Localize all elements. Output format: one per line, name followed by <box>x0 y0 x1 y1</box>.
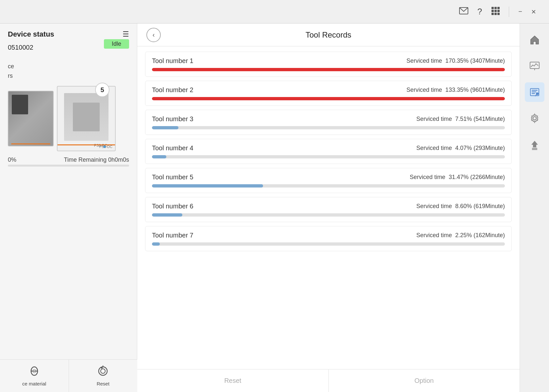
tool-bar-fill <box>152 97 505 100</box>
reset-icon <box>97 366 108 379</box>
svg-point-14 <box>101 369 105 373</box>
tool-service-value: Serviced time 2.25% (162Minute) <box>416 232 505 239</box>
svg-rect-19 <box>532 90 538 91</box>
tool-item[interactable]: Tool number 1 Serviced time 170.35% (340… <box>145 52 512 77</box>
tool-service-value: Serviced time 31.47% (2266Minute) <box>410 174 505 181</box>
svg-rect-21 <box>532 93 535 94</box>
close-button[interactable]: × <box>531 7 536 16</box>
panel-title: Tool Records <box>306 30 351 40</box>
tool-item[interactable]: Tool number 4 Serviced time 4.07% (293Mi… <box>145 139 512 164</box>
tool-number-label: Tool number 2 <box>152 86 193 94</box>
sidebar-label-2: rs <box>8 73 129 79</box>
divider <box>509 7 509 17</box>
tool-item-header: Tool number 1 Serviced time 170.35% (340… <box>152 57 505 65</box>
tool-item-header: Tool number 5 Serviced time 31.47% (2266… <box>152 173 505 181</box>
device-id: 0510002 <box>8 44 33 51</box>
tool-bar-track <box>152 155 505 158</box>
status-badge: Idle <box>104 39 129 49</box>
tool-bar-fill <box>152 213 182 217</box>
badge-circle: 5 <box>95 83 109 97</box>
svg-rect-20 <box>532 91 536 92</box>
minimize-button[interactable]: − <box>518 8 522 15</box>
tool-number-label: Tool number 4 <box>152 144 193 152</box>
tool-service-value: Serviced time 7.51% (541Minute) <box>416 116 505 122</box>
tool-bar-fill <box>152 155 166 158</box>
sidebar-header: Device status ☰ <box>8 30 129 39</box>
svg-marker-25 <box>531 141 538 147</box>
back-button[interactable]: ‹ <box>146 28 161 42</box>
svg-point-24 <box>533 117 536 120</box>
tool-number-label: Tool number 7 <box>152 232 193 239</box>
sidebar-title: Device status <box>8 30 54 39</box>
svg-point-13 <box>99 367 107 375</box>
tool-item[interactable]: Tool number 7 Serviced time 2.25% (162Mi… <box>145 226 512 251</box>
tool-number-label: Tool number 3 <box>152 115 193 123</box>
tool-bar-track <box>152 184 505 188</box>
main-content: ‹ Tool Records Tool number 1 Serviced ti… <box>137 24 520 392</box>
tool-bar-fill <box>152 68 505 71</box>
tool-number-label: Tool number 5 <box>152 173 193 181</box>
tool-item[interactable]: Tool number 5 Serviced time 31.47% (2266… <box>145 168 512 193</box>
tool-service-value: Serviced time 170.35% (3407Minute) <box>407 57 505 64</box>
grid-icon[interactable] <box>491 7 500 17</box>
tool-bar-fill <box>152 242 160 246</box>
tool-number-label: Tool number 1 <box>152 57 193 65</box>
footer-reset-button[interactable]: Reset <box>137 369 329 392</box>
reset-label: Reset <box>97 381 109 386</box>
tool-item-header: Tool number 3 Serviced time 7.51% (541Mi… <box>152 115 505 123</box>
svg-rect-5 <box>494 10 497 12</box>
nav-settings-button[interactable] <box>525 108 544 128</box>
panel-header: ‹ Tool Records <box>137 24 520 46</box>
tool-service-value: Serviced time 8.60% (619Minute) <box>416 203 505 210</box>
device-image-large: PS3-DC <box>57 86 116 151</box>
material-label: ce material <box>22 381 46 386</box>
sidebar-label-1: ce <box>8 63 129 70</box>
top-bar: ? − × <box>0 0 549 24</box>
mail-icon[interactable] <box>459 7 468 16</box>
tool-bar-track <box>152 213 505 217</box>
help-icon[interactable]: ? <box>477 7 482 17</box>
svg-rect-7 <box>491 13 494 15</box>
device-screen <box>64 93 108 141</box>
progress-bar <box>8 165 129 167</box>
tool-item[interactable]: Tool number 3 Serviced time 7.51% (541Mi… <box>145 110 512 135</box>
nav-home-button[interactable] <box>525 30 544 50</box>
left-sidebar: Device status ☰ 0510002 Idle ce rs 5 PS3… <box>0 24 137 392</box>
device-bottom-row: 0% Time Remaining 0h0m0s <box>8 156 129 167</box>
svg-rect-9 <box>497 13 500 15</box>
tool-bar-track <box>152 97 505 100</box>
time-remaining: Time Remaining 0h0m0s <box>64 156 129 163</box>
device-image-small <box>8 91 54 146</box>
progress-pct: 0% <box>8 156 16 163</box>
back-icon: ‹ <box>153 31 155 39</box>
right-sidebar <box>520 24 549 392</box>
reset-button[interactable]: Reset <box>69 360 138 392</box>
tool-number-label: Tool number 6 <box>152 203 193 210</box>
svg-rect-3 <box>497 7 500 9</box>
tool-bar-fill <box>152 184 263 188</box>
panel-footer: Reset Option <box>137 369 520 392</box>
tool-list: Tool number 1 Serviced time 170.35% (340… <box>137 46 520 369</box>
tool-item-header: Tool number 7 Serviced time 2.25% (162Mi… <box>152 232 505 239</box>
tool-item[interactable]: Tool number 6 Serviced time 8.60% (619Mi… <box>145 197 512 222</box>
nav-upload-button[interactable] <box>525 135 544 154</box>
tool-item-header: Tool number 2 Serviced time 133.35% (960… <box>152 86 505 94</box>
tool-bar-track <box>152 242 505 246</box>
tool-service-value: Serviced time 4.07% (293Minute) <box>416 145 505 152</box>
tool-bar-fill <box>152 126 178 129</box>
svg-rect-6 <box>497 10 500 12</box>
material-icon <box>29 366 40 379</box>
tool-item[interactable]: Tool number 2 Serviced time 133.35% (960… <box>145 81 512 106</box>
svg-rect-1 <box>491 7 494 9</box>
svg-rect-8 <box>494 13 497 15</box>
tool-item-header: Tool number 4 Serviced time 4.07% (293Mi… <box>152 144 505 152</box>
svg-rect-4 <box>491 10 494 12</box>
hamburger-icon[interactable]: ☰ <box>123 30 129 39</box>
nav-tool-button[interactable] <box>525 82 544 102</box>
bottom-actions: ce material Reset <box>0 359 137 392</box>
svg-rect-2 <box>494 7 497 9</box>
footer-option-button[interactable]: Option <box>329 369 520 392</box>
nav-monitor-button[interactable] <box>525 56 544 76</box>
material-button[interactable]: ce material <box>0 360 69 392</box>
tool-service-value: Serviced time 133.35% (9601Minute) <box>407 87 505 93</box>
